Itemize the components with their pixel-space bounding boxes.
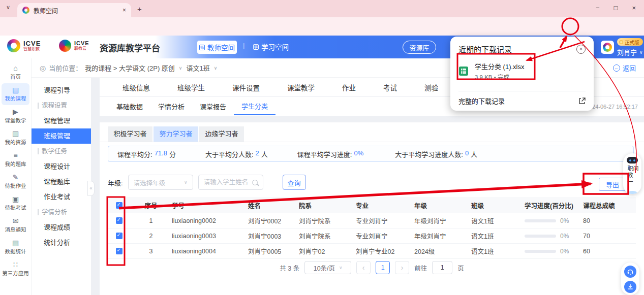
browser-tab[interactable]: 教师空间 × [17, 3, 131, 17]
chevron-down-icon[interactable]: ∨ [214, 65, 218, 71]
download-item[interactable]: 学生分类 (1).xlsx 3.9 KB • 完成 [458, 61, 586, 81]
rail-item-home[interactable]: ⌂ 首页 [0, 61, 31, 83]
select-all-checkbox[interactable] [116, 202, 122, 209]
menu-course-grades[interactable]: 课程成绩 [32, 220, 91, 235]
grade-select[interactable]: 请选择年级 ∨ [128, 175, 193, 190]
window-maximize-icon[interactable]: □ [614, 4, 618, 12]
stat-above-average-progress-count: 大于平均学习进度人数:0人 [395, 149, 477, 159]
rail-item-my-resources[interactable]: ▥ 我的资源 [0, 127, 31, 149]
tab-courseware-settings[interactable]: 课件设置 [219, 82, 273, 92]
menu-course-design[interactable]: 课程设计 [32, 159, 91, 174]
students-table: 序号 学号 姓名 院系 专业 年级 班级 学习进度(百分比) 课程总成绩 1 l… [108, 197, 636, 259]
icve-zhijiaoyun-logo: ICVE 职教云 [59, 40, 89, 52]
search-button[interactable]: 查询 [283, 175, 306, 190]
goto-label: 前往 [414, 263, 427, 273]
row-checkbox[interactable] [116, 217, 122, 224]
export-button[interactable]: 导出 [599, 178, 626, 191]
table-header-row: 序号 学号 姓名 院系 专业 年级 班级 学习进度(百分比) 课程总成绩 [108, 197, 636, 213]
rail-item-pending-exams[interactable]: ▣ 待批考试 [0, 192, 31, 214]
back-circle-icon: ← [613, 64, 620, 72]
download-popup: 近期的下载记录 × 学生分类 (1).xlsx 3.9 KB • 完成 完整的下… [450, 37, 594, 111]
tab-exam[interactable]: 考试 [370, 82, 411, 92]
nav-learning-space[interactable]: 学 学习空间 [253, 42, 289, 52]
brand1-sub: 智慧职教 [23, 47, 41, 51]
rail-item-pending-homework[interactable]: ✎ 待批作业 [0, 171, 31, 192]
chevron-down-icon: ∨ [639, 50, 643, 55]
nav-teacher-space[interactable]: 师 教师空间 [197, 41, 237, 54]
menu-course-guide[interactable]: 课程引导 [32, 83, 91, 98]
brand2-sub: 职教云 [74, 47, 89, 51]
back-button[interactable]: ← 返回 [613, 63, 636, 73]
rail-item-question-bank[interactable]: ≡ 我的题库 [0, 149, 31, 171]
new-tab-button[interactable]: + [137, 5, 142, 13]
subtab-basic-data[interactable]: 基础数据 [109, 97, 150, 115]
ai-assistant-widget[interactable]: 职教一问 [623, 153, 641, 194]
section-bar-icon [38, 148, 39, 154]
progress-bar [525, 235, 556, 238]
tab-close-icon[interactable]: × [122, 7, 126, 14]
courses-icon: ▤ [12, 86, 19, 93]
tab-classroom-teaching[interactable]: 课堂教学 [273, 82, 328, 92]
question-bank-icon: ≡ [13, 152, 17, 159]
row-checkbox[interactable] [116, 248, 122, 254]
menu-statistical-analysis[interactable]: 统计分析 [32, 235, 91, 250]
tab-homework[interactable]: 作业 [328, 82, 370, 92]
resource-library-button[interactable]: 资源库 [403, 41, 436, 54]
rail-item-my-courses[interactable]: ▤ 我的课程 [2, 83, 29, 105]
apps-grid-icon: ∷ [13, 261, 18, 268]
platform-title: 资源库教学平台 [100, 41, 160, 54]
rail-item-notifications[interactable]: ✉ 消息通知 [0, 214, 31, 236]
tab-hardworking-learners[interactable]: 努力学习者 [154, 126, 198, 142]
sidebar-collapse-handle[interactable]: « [87, 181, 95, 196]
menu-class-management[interactable]: 班级管理 [32, 128, 91, 144]
tab-active-learners[interactable]: 积极学习者 [108, 126, 152, 142]
window-minimize-icon[interactable]: − [596, 4, 600, 12]
breadcrumb-path[interactable]: 我的课程 > 大学语文 (2P) 原创 [85, 63, 175, 73]
popup-close-icon[interactable]: × [576, 45, 586, 54]
robot-icon [627, 157, 638, 163]
window-close-icon[interactable]: × [632, 4, 636, 12]
student-name-field[interactable] [198, 175, 263, 190]
menu-section-teaching-tasks: 教学任务 [32, 144, 91, 159]
teacher-space-icon: 师 [199, 45, 205, 50]
icve-swirl-icon [7, 39, 20, 52]
rail-item-statistics[interactable]: ▦ 数据统计 [0, 236, 31, 258]
menu-course-question-bank[interactable]: 课程题库 [32, 174, 91, 189]
tab-marginal-learners[interactable]: 边缘学习者 [199, 126, 244, 142]
back-label: 返回 [623, 63, 636, 73]
tab-quiz[interactable]: 测验 [411, 82, 452, 92]
subtab-learning-analysis[interactable]: 学情分析 [150, 97, 192, 115]
tab-class-info[interactable]: 班级信息 [109, 82, 164, 92]
row-checkbox[interactable] [116, 233, 122, 239]
goto-page-input[interactable] [432, 261, 452, 274]
tab-search-chevron-icon[interactable]: ∨ [6, 4, 10, 11]
customer-service-button[interactable] [624, 266, 636, 278]
full-download-history-link[interactable]: 完整的下载记录 [458, 91, 586, 106]
goto-suffix: 页 [457, 263, 464, 273]
tab-class-students[interactable]: 班级学生 [164, 82, 219, 92]
rail-item-third-party-apps[interactable]: ∷ 第三方应用 [0, 258, 31, 280]
excel-file-icon [458, 66, 469, 76]
breadcrumb-class[interactable]: 语文1班 [186, 63, 209, 73]
nav-learn-label: 学习空间 [261, 42, 289, 52]
left-rail: ⌂ 首页 ▤ 我的课程 ▶ 课堂教学 ▥ 我的资源 ≡ 我的题库 ✎ 待批作业 … [0, 58, 32, 295]
rail-item-classroom-teaching[interactable]: ▶ 课堂教学 [0, 105, 31, 127]
site-favicon [22, 7, 29, 14]
page-number[interactable]: 1 [376, 261, 390, 274]
subtab-student-classification[interactable]: 学生分类 [234, 97, 275, 115]
next-page-button[interactable]: › [395, 261, 409, 274]
menu-course-management[interactable]: 课程管理 [32, 113, 91, 128]
download-center-button[interactable] [624, 281, 636, 293]
stats-icon: ▦ [12, 239, 19, 246]
page-size-select[interactable]: 10条/页 ∨ [304, 261, 351, 274]
menu-homework-exam[interactable]: 作业考试 [32, 189, 91, 205]
user-menu[interactable]: 刘肖宁 ∨ [617, 47, 643, 57]
subtab-classroom-report[interactable]: 课堂报告 [192, 97, 234, 115]
prev-page-button[interactable]: ‹ [356, 261, 371, 274]
learning-space-icon: 学 [253, 44, 259, 50]
brand1-name: ICVE [23, 40, 41, 47]
chevron-down-icon[interactable]: ∨ [179, 65, 182, 71]
brand2-name: ICVE [74, 41, 89, 47]
avatar[interactable] [601, 41, 614, 54]
student-name-input[interactable] [204, 179, 249, 186]
